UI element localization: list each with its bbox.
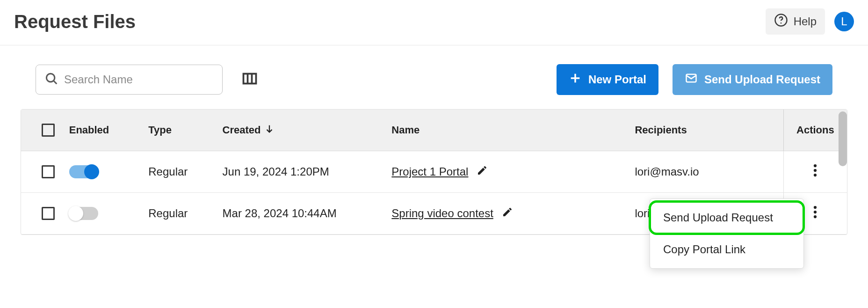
- menu-item-send-upload-request[interactable]: Send Upload Request: [650, 202, 803, 234]
- svg-point-16: [814, 215, 817, 218]
- enabled-toggle[interactable]: [69, 207, 98, 220]
- mail-icon: [685, 72, 698, 88]
- enabled-toggle[interactable]: [69, 165, 98, 178]
- help-label: Help: [794, 15, 817, 28]
- svg-point-15: [814, 211, 817, 213]
- row-actions-button[interactable]: [813, 163, 817, 177]
- plus-icon: [569, 72, 582, 88]
- new-portal-label: New Portal: [588, 73, 646, 86]
- column-header-recipients[interactable]: Recipients: [630, 110, 783, 151]
- svg-point-2: [46, 73, 55, 82]
- help-button[interactable]: Help: [766, 8, 825, 35]
- type-cell: Regular: [144, 193, 217, 235]
- svg-point-14: [814, 206, 817, 209]
- column-header-enabled[interactable]: Enabled: [65, 110, 144, 151]
- help-icon: [774, 13, 788, 30]
- row-checkbox[interactable]: [42, 165, 55, 178]
- send-upload-request-label: Send Upload Request: [704, 73, 820, 86]
- row-checkbox[interactable]: [42, 207, 55, 220]
- sort-desc-icon: [264, 124, 275, 137]
- column-header-created-label: Created: [223, 124, 261, 136]
- portal-name-link[interactable]: Spring video contest: [391, 207, 493, 220]
- row-actions-button[interactable]: [813, 205, 817, 219]
- edit-icon[interactable]: [502, 206, 513, 220]
- search-icon: [44, 72, 58, 88]
- edit-icon[interactable]: [477, 165, 488, 179]
- svg-line-3: [54, 81, 57, 84]
- column-header-name[interactable]: Name: [387, 110, 630, 151]
- menu-item-copy-portal-link[interactable]: Copy Portal Link: [650, 234, 803, 265]
- svg-point-1: [780, 22, 781, 24]
- send-upload-request-button[interactable]: Send Upload Request: [673, 64, 832, 95]
- new-portal-button[interactable]: New Portal: [557, 64, 658, 95]
- svg-point-12: [814, 169, 817, 172]
- table-row: Regular Jun 19, 2024 1:20PM Project 1 Po…: [21, 151, 847, 193]
- portal-name-link[interactable]: Project 1 Portal: [391, 165, 468, 178]
- svg-rect-4: [244, 74, 256, 84]
- column-header-created[interactable]: Created: [218, 110, 387, 151]
- scrollbar[interactable]: [839, 111, 847, 233]
- svg-point-13: [814, 174, 817, 176]
- recipients-cell: lori@masv.io: [630, 151, 783, 193]
- avatar[interactable]: L: [834, 12, 854, 31]
- select-all-checkbox[interactable]: [42, 124, 55, 137]
- search-field[interactable]: [36, 65, 223, 95]
- portals-table: Enabled Type Created Name Recipients Act…: [21, 109, 847, 235]
- search-input[interactable]: [64, 73, 214, 86]
- row-actions-menu: Send Upload Request Copy Portal Link: [650, 198, 804, 269]
- column-header-actions: Actions: [783, 110, 847, 151]
- type-cell: Regular: [144, 151, 217, 193]
- page-title: Request Files: [14, 11, 136, 32]
- column-header-type[interactable]: Type: [144, 110, 217, 151]
- created-cell: Jun 19, 2024 1:20PM: [218, 151, 387, 193]
- svg-point-11: [814, 164, 817, 167]
- columns-icon[interactable]: [241, 70, 258, 89]
- created-cell: Mar 28, 2024 10:44AM: [218, 193, 387, 235]
